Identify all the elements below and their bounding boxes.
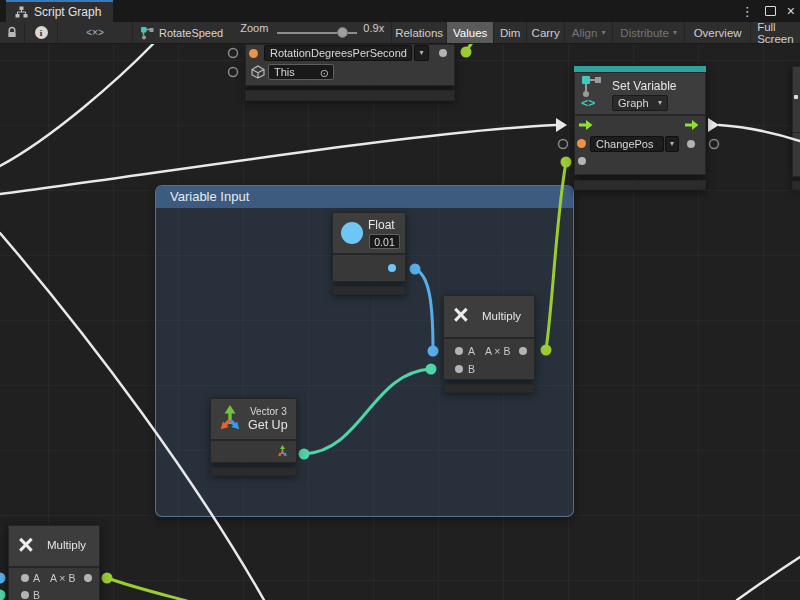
zoom-value: 0.9x bbox=[363, 22, 384, 43]
graph-canvas[interactable]: Variable Input bbox=[0, 44, 800, 600]
node-title: Float bbox=[368, 218, 395, 232]
multiply-icon: × bbox=[453, 301, 469, 329]
node-vector3-get-up[interactable]: Vector 3 Get Up bbox=[210, 398, 297, 476]
port-hollow[interactable] bbox=[559, 140, 568, 149]
port-hollow[interactable] bbox=[229, 68, 238, 77]
wire-green-multiply-bottom-out[interactable] bbox=[107, 578, 212, 600]
port-output[interactable] bbox=[84, 574, 92, 582]
chevron-down-icon: ▾ bbox=[670, 139, 674, 148]
svg-text:<>: <> bbox=[581, 96, 595, 109]
lock-button[interactable] bbox=[0, 22, 25, 43]
graph-icon bbox=[15, 6, 28, 18]
gameobject-cube-icon bbox=[251, 65, 265, 79]
wire-endpoint-teal[interactable] bbox=[426, 364, 437, 375]
wire-white-to-setvariable[interactable] bbox=[0, 125, 556, 194]
wire-endpoint-blue[interactable] bbox=[0, 573, 6, 584]
graph-node-icon bbox=[140, 26, 154, 40]
wire-teal-getup-to-multiply[interactable] bbox=[304, 369, 431, 454]
wire-endpoint-blue[interactable] bbox=[428, 346, 439, 357]
port-input-b[interactable] bbox=[21, 591, 29, 599]
chevron-down-icon: ▾ bbox=[658, 96, 662, 110]
port-input-a[interactable] bbox=[455, 347, 463, 355]
port-hollow[interactable] bbox=[229, 49, 238, 58]
info-button[interactable]: i bbox=[25, 22, 58, 43]
toolbar-button-relations[interactable]: Relations bbox=[391, 22, 447, 43]
port-output[interactable] bbox=[519, 347, 527, 355]
chevron-down-icon: ▾ bbox=[601, 28, 605, 37]
tab-title: Script Graph bbox=[34, 5, 101, 19]
variable-dropdown-button[interactable]: ▾ bbox=[665, 136, 679, 152]
chevron-down-icon: ▾ bbox=[419, 48, 423, 57]
node-get-variable[interactable]: RotationDegreesPerSecond ▾ This ⊙ bbox=[245, 44, 455, 101]
graph-toolbar: i <×> RotateSpeed Zoom 0.9x Relations Va… bbox=[0, 22, 800, 44]
wire-endpoint-blue[interactable] bbox=[410, 264, 421, 275]
wire-endpoint-teal[interactable] bbox=[0, 590, 6, 600]
vector3-icon bbox=[216, 403, 244, 433]
float-value-input[interactable]: 0.01 bbox=[369, 234, 400, 249]
toolbar-button-distribute[interactable]: Distribute ▾ bbox=[613, 22, 685, 43]
variable-dropdown-button[interactable]: ▾ bbox=[414, 45, 429, 61]
variable-name-dropdown[interactable]: RotationDegreesPerSecond bbox=[264, 45, 412, 61]
target-picker-icon[interactable]: ⊙ bbox=[320, 66, 329, 80]
target-object-field[interactable]: This ⊙ bbox=[268, 64, 334, 80]
multiply-icon: × bbox=[18, 531, 34, 559]
maximize-icon[interactable] bbox=[765, 6, 776, 16]
flow-arrow-in[interactable] bbox=[556, 118, 567, 132]
toolbar-button-fullscreen[interactable]: Full Screen bbox=[751, 22, 800, 43]
tab-script-graph[interactable]: Script Graph bbox=[6, 0, 113, 22]
port-output[interactable] bbox=[439, 49, 447, 57]
wire-blue-float-to-multiply[interactable] bbox=[415, 269, 433, 351]
node-title: Multiply bbox=[482, 310, 521, 322]
info-icon: i bbox=[35, 26, 48, 39]
wire-white-bottomright[interactable] bbox=[737, 557, 800, 600]
node-float-literal[interactable]: Float 0.01 bbox=[332, 212, 406, 295]
toolbar-button-overview[interactable]: Overview bbox=[685, 22, 751, 43]
toolbar-button-carry[interactable]: Carry bbox=[527, 22, 565, 43]
graph-breadcrumb[interactable]: RotateSpeed bbox=[140, 22, 223, 43]
zoom-label: Zoom bbox=[240, 22, 268, 43]
wire-endpoint-green[interactable] bbox=[561, 157, 572, 168]
port-value-orange[interactable] bbox=[577, 139, 586, 148]
node-multiply-bottom[interactable]: × Multiply A A × B B bbox=[8, 525, 100, 600]
port-input-b[interactable] bbox=[455, 365, 463, 373]
close-icon[interactable]: × bbox=[787, 3, 795, 19]
node-title: Multiply bbox=[47, 539, 86, 551]
toolbar-button-align[interactable]: Align ▾ bbox=[565, 22, 613, 43]
flow-in-arrow-icon[interactable] bbox=[579, 119, 593, 131]
port-hollow[interactable] bbox=[710, 140, 719, 149]
variable-name-dropdown[interactable]: ChangePos bbox=[590, 136, 664, 152]
port-output[interactable] bbox=[687, 140, 695, 148]
wire-green-multiply-to-setvariable[interactable] bbox=[546, 162, 566, 350]
lock-icon bbox=[6, 26, 18, 39]
script-graph-window: Script Graph ⋮ × i <×> bbox=[0, 0, 800, 600]
port-input[interactable] bbox=[578, 157, 586, 165]
node-set-variable[interactable]: <> Set Variable Graph ▾ ChangePos ▾ bbox=[574, 66, 706, 190]
code-toggle-icon: <×> bbox=[86, 27, 104, 38]
chevron-down-icon: ▾ bbox=[673, 28, 677, 37]
zoom-slider-handle[interactable] bbox=[337, 27, 348, 38]
code-preview-button[interactable]: <×> bbox=[58, 22, 133, 43]
vector3-port-icon[interactable] bbox=[276, 444, 289, 458]
wire-endpoint-green[interactable] bbox=[541, 345, 552, 356]
node-title: Set Variable bbox=[612, 79, 676, 93]
toolbar-button-values[interactable]: Values bbox=[447, 22, 494, 43]
node-type-label: Vector 3 bbox=[250, 406, 287, 417]
toolbar-button-dim[interactable]: Dim bbox=[494, 22, 527, 43]
wire-white-from-setvariable[interactable] bbox=[719, 125, 800, 141]
port-value-orange[interactable] bbox=[249, 49, 258, 58]
wire-white-topleft[interactable] bbox=[0, 44, 153, 166]
graph-name-label: RotateSpeed bbox=[159, 27, 223, 39]
wire-endpoint-green[interactable] bbox=[461, 47, 472, 58]
menu-icon[interactable]: ⋮ bbox=[741, 4, 754, 19]
variable-kind-dropdown[interactable]: Graph ▾ bbox=[612, 95, 668, 111]
port-output-float[interactable] bbox=[388, 264, 396, 272]
port-input-a[interactable] bbox=[21, 574, 29, 582]
flow-arrow-out[interactable] bbox=[708, 118, 719, 132]
node-title: Get Up bbox=[248, 418, 288, 432]
zoom-slider[interactable] bbox=[277, 22, 357, 44]
flow-out-arrow-icon[interactable] bbox=[685, 119, 699, 131]
node-multiply[interactable]: × Multiply A A × B B bbox=[443, 295, 535, 393]
wire-endpoint-teal[interactable] bbox=[299, 449, 310, 460]
float-type-icon bbox=[341, 222, 363, 244]
wire-endpoint-green[interactable] bbox=[102, 573, 113, 584]
